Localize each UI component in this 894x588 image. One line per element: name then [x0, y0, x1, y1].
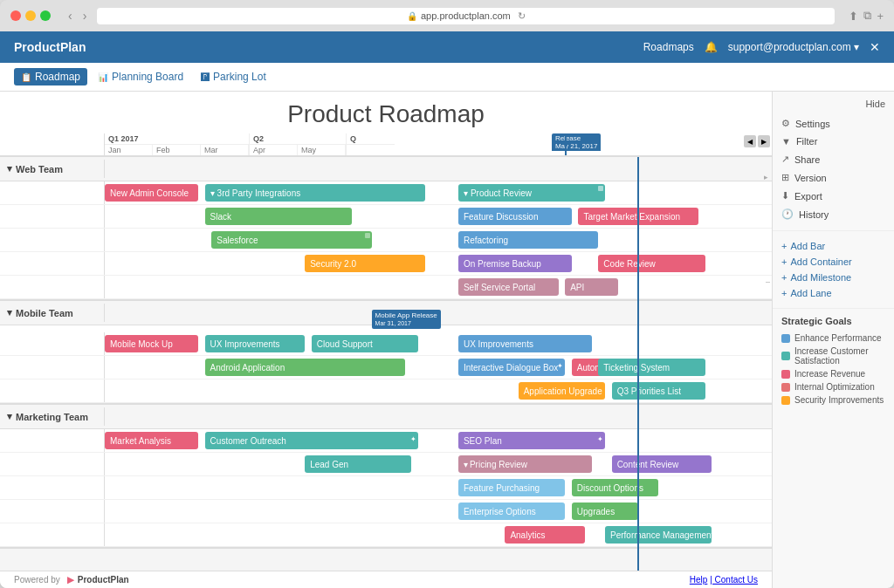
footer-logo-icon: ▶: [67, 575, 74, 585]
bar-on-premise-backup[interactable]: On Premise Backup: [458, 255, 572, 272]
bar-self-service-portal[interactable]: Self Service Portal: [458, 278, 559, 296]
browser-action-buttons: ⬆ ⧉ +: [849, 9, 884, 23]
minimize-button[interactable]: [25, 10, 36, 21]
marketing-row-4-label: [0, 500, 105, 523]
bar-performance-management[interactable]: Performance Management: [605, 526, 712, 544]
window-button[interactable]: ⧉: [863, 9, 871, 23]
bar-analytics[interactable]: Analytics: [505, 526, 585, 544]
legend-label-revenue: Increase Revenue: [794, 369, 865, 379]
url-bar[interactable]: 🔒 app.productplan.com ↻: [97, 8, 835, 24]
maximize-button[interactable]: [40, 10, 51, 21]
mobile-team-collapse-icon[interactable]: ▾: [7, 307, 12, 318]
bar-market-analysis[interactable]: Market Analysis: [105, 432, 198, 449]
app-footer: Powered by ▶ ProductPlan Help | Contact …: [0, 571, 772, 588]
bar-ux-improvements-2[interactable]: UX Improvements: [458, 335, 592, 352]
roadmap-scroll-area[interactable]: ▾ Web Team ▸ New Admin Console: [0, 157, 772, 571]
mobile-row-2: Android Application Interactive Dialogue…: [0, 356, 772, 379]
bar-seo-plan[interactable]: SEO Plan ✦: [458, 432, 605, 449]
add-container-button[interactable]: + Add Container: [781, 254, 885, 270]
bar-ux-improvements-1[interactable]: UX Improvements: [205, 335, 306, 352]
share-button[interactable]: ⬆: [849, 9, 858, 23]
sidebar-item-share[interactable]: ↗ Share: [781, 150, 885, 168]
expand-button[interactable]: +: [877, 9, 884, 23]
bar-pricing-review[interactable]: ▾Pricing Review: [458, 455, 592, 473]
bar-new-admin-console[interactable]: New Admin Console: [105, 184, 198, 202]
footer-logo-text: ProductPlan: [78, 575, 129, 585]
sidebar-item-history[interactable]: 🕐 History: [781, 205, 885, 223]
seo-plan-icon: ✦: [597, 435, 603, 443]
bar-security-2[interactable]: Security 2.0: [305, 255, 425, 272]
powered-by-text: Powered by: [14, 575, 60, 585]
bar-resize-handle[interactable]: [598, 186, 603, 191]
web-row-5-bars: Self Service Portal API –: [105, 276, 772, 298]
roadmaps-link[interactable]: Roadmaps: [643, 41, 694, 53]
contact-link[interactable]: | Contact Us: [710, 575, 758, 585]
page-title: Product Roadmap: [0, 92, 772, 133]
legend-label-customer: Increase Customer Satisfaction: [794, 346, 885, 366]
web-section-collapse[interactable]: –: [766, 277, 770, 286]
bar-slack[interactable]: Slack: [205, 208, 352, 225]
timeline-prev-button[interactable]: ◀: [744, 135, 756, 147]
bar-api[interactable]: API: [565, 278, 618, 296]
bar-discount-options[interactable]: Discount Options: [572, 479, 658, 496]
sidebar: Hide ⚙ Settings ▼ Filter ↗ Share ⊞ Versi…: [772, 92, 894, 588]
add-lane-button[interactable]: + Add Lane: [781, 285, 885, 301]
mobile-team-name: Mobile Team: [16, 308, 73, 318]
bar-upgrades[interactable]: Upgrades: [572, 503, 638, 520]
salesforce-handle[interactable]: [365, 233, 370, 238]
sidebar-item-version[interactable]: ⊞ Version: [781, 168, 885, 187]
help-link[interactable]: Help: [690, 575, 708, 585]
release-date: May 21, 2017: [555, 142, 597, 150]
notification-bell[interactable]: 🔔: [705, 41, 718, 53]
add-milestone-button[interactable]: + Add Milestone: [781, 270, 885, 285]
marketing-row-4-bars: Enterprise Options Upgrades: [105, 500, 772, 523]
footer-links: Help | Contact Us: [690, 575, 758, 585]
bar-lead-gen[interactable]: Lead Gen: [305, 455, 411, 473]
timeline-next-button[interactable]: ▶: [758, 135, 770, 147]
web-row-3: Salesforce Refactoring: [0, 229, 772, 252]
forward-button[interactable]: ›: [79, 7, 91, 24]
sidebar-item-settings[interactable]: ⚙ Settings: [781, 114, 885, 133]
web-team-name-cell: ▾ Web Team: [0, 160, 105, 178]
hide-toggle[interactable]: Hide: [781, 99, 885, 109]
bar-salesforce[interactable]: Salesforce: [211, 231, 371, 249]
bar-content-review[interactable]: Content Review: [612, 455, 712, 473]
bar-enterprise-options[interactable]: Enterprise Options: [458, 503, 565, 520]
legend-internal-optimization: Internal Optimization: [781, 380, 885, 393]
tab-roadmap[interactable]: 📋 Roadmap: [14, 68, 87, 85]
tab-parking-lot[interactable]: 🅿 Parking Lot: [194, 68, 273, 85]
account-menu[interactable]: support@productplan.com ▾: [728, 41, 859, 53]
close-icon[interactable]: ✕: [870, 40, 880, 54]
sidebar-item-filter[interactable]: ▼ Filter: [781, 133, 885, 150]
bar-refactoring[interactable]: Refactoring: [458, 231, 598, 249]
bar-feature-purchasing[interactable]: Feature Purchasing: [458, 479, 565, 496]
mar-label: Mar: [201, 145, 249, 155]
close-button[interactable]: [10, 10, 21, 21]
bar-mobile-mock-up[interactable]: Mobile Mock Up: [105, 335, 198, 352]
bar-feature-discussion[interactable]: Feature Discussion: [458, 208, 572, 225]
marketing-row-1-label: [0, 429, 105, 452]
bar-target-market-expansion[interactable]: Target Market Expansion: [578, 208, 698, 225]
refresh-icon[interactable]: ↻: [518, 10, 526, 22]
marketing-team-collapse-icon[interactable]: ▾: [7, 411, 12, 422]
tab-planning-board[interactable]: 📊 Planning Board: [91, 68, 190, 85]
bar-code-review[interactable]: Code Review: [598, 255, 705, 272]
bar-customer-outreach[interactable]: Customer Outreach ✦: [205, 432, 418, 449]
back-button[interactable]: ‹: [65, 7, 76, 24]
mobile-row-1: Mobile Mock Up UX Improvements Cloud Sup…: [0, 332, 772, 356]
version-icon: ⊞: [781, 172, 789, 183]
bar-cloud-support[interactable]: Cloud Support: [312, 335, 418, 352]
bar-3rd-party-integrations[interactable]: ▾3rd Party Integrations: [205, 184, 425, 202]
web-row-5: Self Service Portal API –: [0, 276, 772, 299]
bar-ticketing-system[interactable]: Ticketing System: [598, 359, 705, 376]
web-team-collapse-icon[interactable]: ▾: [7, 163, 12, 174]
bar-application-upgrade[interactable]: Application Upgrade: [519, 382, 605, 400]
bar-q3-priorities[interactable]: Q3 Priorities List: [612, 382, 705, 400]
add-bar-button[interactable]: + Add Bar: [781, 238, 885, 254]
sidebar-item-export[interactable]: ⬇ Export: [781, 187, 885, 205]
bar-interactive-dialogue[interactable]: Interactive Dialogue Box ✦: [458, 359, 565, 376]
roadmap-empty-space: [0, 549, 772, 571]
web-row-3-label: [0, 229, 105, 251]
bar-product-review[interactable]: ▾Product Review: [458, 184, 605, 202]
bar-android-application[interactable]: Android Application: [205, 359, 405, 376]
